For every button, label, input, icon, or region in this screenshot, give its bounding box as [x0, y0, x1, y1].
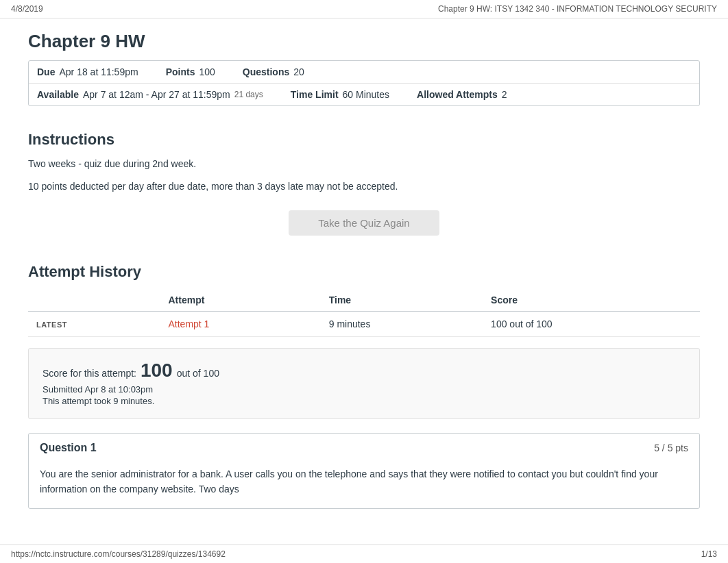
score-label: Score for this attempt: [43, 368, 136, 379]
topbar-date: 4/8/2019 [11, 4, 43, 14]
topbar-course: Chapter 9 HW: ITSY 1342 340 - INFORMATIO… [438, 4, 717, 14]
score-max: out of 100 [177, 368, 219, 379]
instructions-title: Instructions [28, 120, 700, 157]
allowed-attempts-value: 2 [502, 89, 507, 100]
col-header-blank [28, 289, 160, 312]
allowed-attempts-label: Allowed Attempts [417, 89, 498, 100]
question-title: Question 1 [40, 442, 97, 454]
points-item: Points 100 [166, 66, 215, 77]
time-limit-item: Time Limit 60 Minutes [291, 89, 389, 100]
available-label: Available [37, 89, 79, 100]
score-value: 100 [141, 360, 173, 381]
attempt-history-title: Attempt History [28, 252, 700, 289]
attempt-link-cell[interactable]: Attempt 1 [160, 312, 320, 337]
score-line: Score for this attempt: 100 out of 100 [43, 360, 685, 381]
question-body: You are the senior administrator for a b… [29, 460, 699, 508]
attempt-link[interactable]: Attempt 1 [168, 318, 209, 329]
attempt-table: Attempt Time Score LATEST Attempt 1 9 mi… [28, 289, 700, 337]
available-item: Available Apr 7 at 12am - Apr 27 at 11:5… [37, 89, 263, 100]
take-quiz-button[interactable]: Take the Quiz Again [289, 210, 439, 236]
question-pts: 5 / 5 pts [654, 442, 688, 453]
available-value: Apr 7 at 12am - Apr 27 at 11:59pm [83, 89, 230, 100]
instructions-line1: Two weeks - quiz due during 2nd week. [28, 157, 700, 171]
attempt-score: 100 out of 100 [483, 312, 700, 337]
col-header-attempt: Attempt [160, 289, 320, 312]
meta-row-top: Due Apr 18 at 11:59pm Points 100 Questio… [29, 61, 699, 84]
attempt-details-box: Score for this attempt: 100 out of 100 S… [28, 348, 700, 419]
table-row: LATEST Attempt 1 9 minutes 100 out of 10… [28, 312, 700, 337]
page-title: Chapter 9 HW [28, 18, 700, 60]
due-value: Apr 18 at 11:59pm [59, 66, 138, 77]
question-header: Question 1 5 / 5 pts [29, 434, 699, 460]
due-item: Due Apr 18 at 11:59pm [37, 66, 138, 77]
time-limit-label: Time Limit [291, 89, 339, 100]
instructions-line2: 10 points deducted per day after due dat… [28, 179, 700, 194]
questions-value: 20 [293, 66, 304, 77]
questions-item: Questions 20 [243, 66, 304, 77]
points-value: 100 [199, 66, 215, 77]
available-sub: 21 days [234, 90, 263, 99]
quiz-meta-panel: Due Apr 18 at 11:59pm Points 100 Questio… [28, 60, 700, 106]
col-header-score: Score [483, 289, 700, 312]
submitted-line: Submitted Apr 8 at 10:03pm [43, 384, 685, 395]
points-label: Points [166, 66, 195, 77]
took-line: This attempt took 9 minutes. [43, 396, 685, 406]
col-header-time: Time [321, 289, 483, 312]
question-block: Question 1 5 / 5 pts You are the senior … [28, 433, 700, 509]
meta-row-bottom: Available Apr 7 at 12am - Apr 27 at 11:5… [29, 84, 699, 105]
questions-label: Questions [243, 66, 289, 77]
latest-badge: LATEST [28, 312, 160, 337]
time-limit-value: 60 Minutes [343, 89, 389, 100]
allowed-attempts-item: Allowed Attempts 2 [417, 89, 507, 100]
attempt-time: 9 minutes [321, 312, 483, 337]
due-label: Due [37, 66, 55, 77]
